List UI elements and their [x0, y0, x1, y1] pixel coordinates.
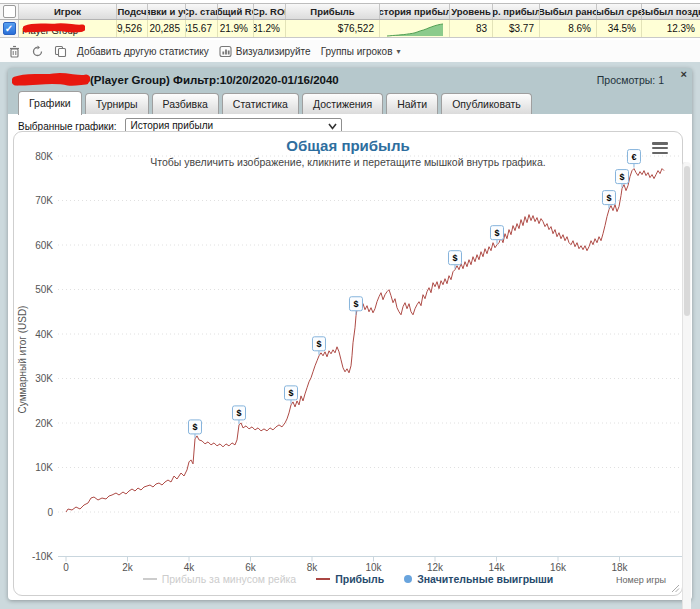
col-header-total-roi[interactable]: Общий ROI	[218, 4, 254, 19]
svg-text:8k: 8k	[307, 562, 319, 573]
cell-avg-stake: $15.67	[186, 20, 218, 37]
col-header-avg-roi[interactable]: Ср. ROI	[254, 4, 286, 19]
svg-text:$: $	[606, 193, 611, 203]
svg-text:60K: 60K	[35, 240, 53, 251]
legend-line-swatch	[143, 578, 157, 580]
svg-text:14k: 14k	[488, 562, 505, 573]
col-header-counted[interactable]: Подсч	[117, 4, 148, 19]
copy-button[interactable]	[54, 45, 67, 58]
cell-profit-history	[380, 20, 450, 37]
profit-chart-container[interactable]: Общая прибыль Чтобы увеличить изображени…	[13, 131, 683, 596]
player-groups-label: Группы игроков	[321, 46, 393, 57]
legend-label: Прибыль за минусом рейка	[162, 573, 296, 585]
delete-button[interactable]	[8, 45, 21, 58]
svg-text:12k: 12k	[427, 562, 444, 573]
svg-text:$: $	[192, 422, 197, 432]
popup-scrollbar[interactable]	[682, 162, 691, 609]
copy-icon	[54, 45, 67, 58]
refresh-button[interactable]	[31, 45, 44, 58]
legend-item-profit[interactable]: Прибыль	[316, 573, 384, 585]
add-stat-button[interactable]: Добавить другую статистику	[77, 46, 209, 57]
player-details-popup: (Player Group) Фильтр:10/20/2020-01/16/2…	[8, 68, 692, 600]
col-header-out-early[interactable]: Выбыл рано	[540, 4, 597, 19]
row-checkbox[interactable]: ✓	[3, 22, 16, 35]
resize-handle-icon[interactable]	[671, 584, 680, 593]
svg-text:$: $	[619, 172, 624, 182]
screen: { "table": { "headers": ["Игрок","Подсч"…	[0, 0, 700, 609]
svg-text:$: $	[353, 299, 358, 309]
legend-line-swatch	[316, 578, 330, 580]
table-row[interactable]: ✓ Player Group 19,526 20,285 $15.67 21.9…	[0, 20, 700, 38]
svg-text:4k: 4k	[184, 562, 196, 573]
graph-select-label: Выбранные графики:	[18, 121, 117, 132]
tab-tournaments[interactable]: Турниры	[85, 93, 149, 115]
player-groups-menu[interactable]: Группы игроков ▾	[321, 46, 401, 57]
col-header-avg-stake[interactable]: Ср. став	[186, 4, 218, 19]
col-header-avg-profit[interactable]: Ср. прибыль	[493, 4, 540, 19]
col-header-player[interactable]: Игрок	[19, 4, 117, 19]
tab-find[interactable]: Найти	[386, 93, 438, 115]
tab-breakdown[interactable]: Разбивка	[152, 93, 219, 115]
svg-text:$: $	[236, 408, 241, 418]
svg-text:0: 0	[47, 507, 53, 518]
visualize-icon	[219, 45, 232, 58]
svg-text:$: $	[452, 253, 457, 263]
add-stat-label: Добавить другую статистику	[77, 46, 209, 57]
svg-text:10k: 10k	[365, 562, 382, 573]
cell-counted: 19,526	[117, 20, 148, 37]
popup-scrollbar-thumb[interactable]	[684, 166, 690, 316]
popup-content: Выбранные графики: История прибыли Общая…	[8, 114, 692, 600]
svg-text:0: 0	[63, 562, 69, 573]
tab-statistics[interactable]: Статистика	[222, 93, 299, 115]
x-axis-title: Номер игры	[616, 575, 666, 585]
close-icon[interactable]: ×	[681, 69, 687, 80]
tab-achievements[interactable]: Достижения	[302, 93, 383, 115]
svg-text:6k: 6k	[245, 562, 257, 573]
col-header-level[interactable]: Уровень	[450, 4, 493, 19]
player-group-label: Player Group	[22, 25, 78, 36]
table-header-row: Игрок Подсч Заявки и учас Ср. став Общий…	[0, 3, 700, 20]
visualize-button[interactable]: Визуализируйте	[219, 45, 311, 58]
svg-text:16k: 16k	[550, 562, 567, 573]
legend-item-profit-minus-rake[interactable]: Прибыль за минусом рейка	[143, 573, 296, 585]
cell-out-mid: 34.5%	[597, 20, 642, 37]
svg-text:2k: 2k	[122, 562, 134, 573]
svg-text:70K: 70K	[35, 195, 53, 206]
popup-title: (Player Group) Фильтр:10/20/2020-01/16/2…	[90, 68, 339, 92]
trash-icon	[8, 45, 21, 58]
player-stats-table: Игрок Подсч Заявки и учас Ср. став Общий…	[0, 0, 700, 62]
cell-avg-profit: $3.77	[493, 20, 540, 37]
cell-level: 83	[450, 20, 493, 37]
svg-text:50K: 50K	[35, 284, 53, 295]
views-counter: Просмотры: 1	[597, 68, 664, 92]
chart-legend: Прибыль за минусом рейка Прибыль Значите…	[14, 573, 682, 585]
select-all-cell	[0, 4, 19, 19]
col-header-out-late[interactable]: Выбыл поздн	[642, 4, 700, 19]
profit-history-sparkline	[386, 22, 444, 37]
col-header-profit-history[interactable]: История прибыли	[380, 4, 450, 19]
profit-line-chart[interactable]: 80K70K60K50K40K30K20K10K0-10K02k4k6k8k10…	[14, 132, 682, 595]
select-chevron-icon	[328, 123, 337, 130]
svg-text:30K: 30K	[35, 373, 53, 384]
cell-entries: 20,285	[148, 20, 186, 37]
legend-label: Прибыль	[335, 573, 384, 585]
select-all-checkbox[interactable]	[3, 5, 16, 18]
col-header-entries[interactable]: Заявки и учас	[148, 4, 186, 19]
svg-text:80K: 80K	[35, 151, 53, 162]
tab-graphs[interactable]: Графики	[18, 91, 82, 115]
legend-item-significant-wins[interactable]: Значительные выигрыши	[404, 573, 553, 585]
svg-text:40K: 40K	[35, 329, 53, 340]
redacted-popup-player-name-scribble	[12, 72, 90, 89]
svg-text:20K: 20K	[35, 418, 53, 429]
chevron-down-icon: ▾	[396, 47, 400, 56]
col-header-out-mid[interactable]: Выбыл сред	[597, 4, 642, 19]
svg-text:18k: 18k	[611, 562, 628, 573]
player-name-cell[interactable]: Player Group	[19, 20, 117, 37]
tab-publish[interactable]: Опубликовать	[441, 93, 532, 115]
visualize-label: Визуализируйте	[236, 46, 311, 57]
svg-text:-10K: -10K	[32, 551, 53, 562]
row-checkbox-cell: ✓	[0, 20, 19, 37]
legend-dot-swatch	[404, 575, 412, 583]
legend-label: Значительные выигрыши	[417, 573, 553, 585]
col-header-profit[interactable]: Прибыль	[286, 4, 380, 19]
